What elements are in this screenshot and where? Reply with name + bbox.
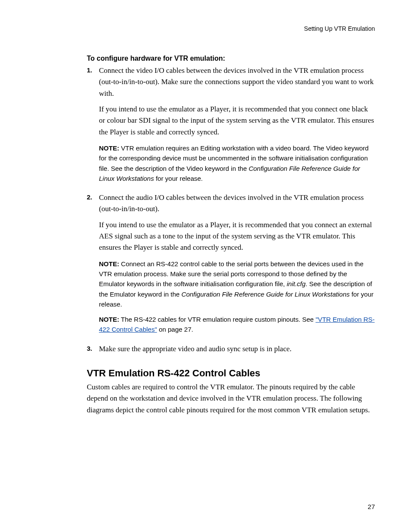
note-label: NOTE: [99,316,119,323]
note-label: NOTE: [99,144,119,152]
step-2-note-2: NOTE: The RS-422 cables for VTR emulatio… [99,314,375,335]
step-3: Make sure the appropriate video and audi… [87,343,375,355]
section-lead: To configure hardware for VTR emulation: [87,55,375,62]
note-text-after: for your release. [154,175,203,182]
subsection-para: Custom cables are required to control th… [87,382,375,416]
step-2: Connect the audio I/O cables between the… [87,192,375,334]
running-head: Setting Up VTR Emulation [87,25,375,32]
step-2-note-1: NOTE: Connect an RS-422 control cable to… [99,259,375,309]
step-1-note: NOTE: VTR emulation requires an Editing … [99,143,375,183]
step-2-para-2: If you intend to use the emulator as a P… [99,219,375,254]
note1-italic-2: Configuration File Reference Guide for L… [181,290,350,298]
subsection-heading: VTR Emulation RS-422 Control Cables [87,368,375,379]
step-2-para-1: Connect the audio I/O cables between the… [99,192,375,215]
page-number: 27 [368,503,375,510]
step-3-para-1: Make sure the appropriate video and audi… [99,343,375,355]
step-1: Connect the video I/O cables between the… [87,65,375,183]
step-1-para-1: Connect the video I/O cables between the… [99,65,375,99]
note1-italic-1: init.cfg [287,280,306,287]
note2-text-before: The RS-422 cables for VTR emulation requ… [119,316,315,323]
note-label: NOTE: [99,260,119,268]
steps-list: Connect the video I/O cables between the… [87,65,375,355]
note2-text-after: on page 27. [157,326,193,333]
step-1-para-2: If you intend to use the emulator as a P… [99,104,375,138]
